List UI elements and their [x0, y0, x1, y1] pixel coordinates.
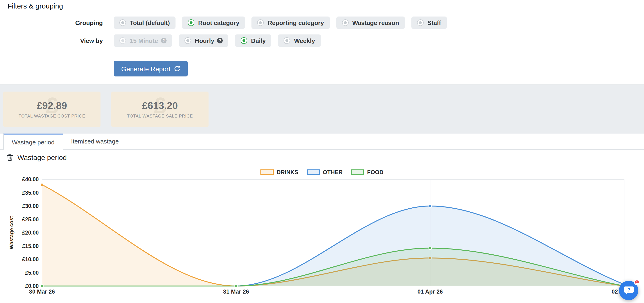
svg-text:£20.00: £20.00 — [22, 230, 39, 236]
svg-text:£15.00: £15.00 — [22, 243, 39, 249]
radio-option-label: Total (default) — [130, 19, 170, 26]
radio-option-label: Hourly — [195, 37, 214, 44]
generate-report-button[interactable]: Generate Report — [114, 61, 188, 76]
notification-badge: 1 — [634, 280, 640, 285]
radio-option-label: Staff — [428, 19, 441, 26]
radio-icon — [184, 37, 191, 44]
legend-item-other[interactable]: OTHER — [307, 169, 342, 176]
help-icon[interactable]: ? — [161, 38, 166, 44]
stats-section: ££92.89TOTAL WASTAGE COST PRICE££613.20T… — [0, 85, 644, 134]
radio-option-wastage-reason[interactable]: Wastage reason — [336, 16, 404, 29]
radio-option-staff[interactable]: Staff — [412, 16, 447, 29]
stat-card-total-wastage-cost-price: ££92.89TOTAL WASTAGE COST PRICE — [3, 92, 100, 127]
legend-item-food[interactable]: FOOD — [351, 169, 383, 176]
help-icon[interactable]: ? — [217, 38, 223, 44]
grouping-options: Total (default)Root categoryReporting ca… — [114, 16, 446, 29]
filters-title: Filters & grouping — [8, 2, 644, 11]
help-chat-button[interactable]: ? 1 — [619, 281, 638, 300]
legend-label: DRINKS — [276, 169, 298, 176]
view-by-options: 15 Minute?Hourly?DailyWeekly — [114, 34, 321, 47]
radio-icon — [119, 19, 126, 26]
radio-icon — [257, 19, 264, 26]
wastage-chart[interactable]: £0.00£5.00£10.00£15.00£20.00£25.00£30.00… — [0, 176, 644, 300]
page: Filters & grouping Grouping Total (defau… — [0, 0, 644, 303]
radio-selected-icon — [188, 19, 194, 26]
refresh-icon — [174, 66, 180, 72]
view-by-label: View by — [0, 37, 103, 44]
radio-option-label: Reporting category — [268, 19, 324, 26]
radio-icon — [417, 19, 424, 26]
legend-item-drinks[interactable]: DRINKS — [260, 169, 298, 176]
generate-report-label: Generate Report — [121, 65, 170, 72]
radio-option-label: Daily — [251, 37, 266, 44]
radio-option-root-category[interactable]: Root category — [182, 16, 245, 29]
legend-swatch-icon — [307, 170, 320, 175]
chart-section: Wastage period DRINKSOTHERFOOD £0.00£5.0… — [0, 150, 644, 303]
chart-legend: DRINKSOTHERFOOD — [0, 169, 644, 176]
radio-option-hourly[interactable]: Hourly? — [179, 34, 228, 47]
stat-label: TOTAL WASTAGE COST PRICE — [19, 114, 86, 118]
view-by-row: View by 15 Minute?Hourly?DailyWeekly — [0, 34, 644, 47]
legend-swatch-icon — [260, 170, 274, 175]
radio-selected-icon — [240, 37, 247, 44]
trash-icon — [6, 154, 13, 161]
legend-label: FOOD — [367, 169, 383, 176]
radio-icon — [284, 37, 290, 44]
svg-text:Wastage cost: Wastage cost — [8, 216, 14, 250]
stat-value: £92.89 — [37, 100, 67, 112]
radio-option-label: Weekly — [294, 37, 315, 44]
tab-itemised-wastage[interactable]: Itemised wastage — [63, 134, 127, 149]
radio-option-label: 15 Minute — [130, 37, 158, 44]
radio-option-weekly[interactable]: Weekly — [278, 34, 320, 47]
svg-text:£10.00: £10.00 — [22, 256, 39, 262]
svg-text:£35.00: £35.00 — [22, 190, 39, 196]
radio-option-reporting-category[interactable]: Reporting category — [252, 16, 330, 29]
svg-text:£25.00: £25.00 — [22, 216, 39, 222]
legend-label: OTHER — [323, 169, 342, 176]
svg-text:£30.00: £30.00 — [22, 203, 39, 209]
chart-wrap: £0.00£5.00£10.00£15.00£20.00£25.00£30.00… — [0, 176, 644, 302]
radio-option-15-minute: 15 Minute? — [114, 34, 172, 47]
grouping-label: Grouping — [0, 19, 103, 26]
radio-option-daily[interactable]: Daily — [235, 34, 271, 47]
radio-option-label: Root category — [198, 19, 240, 26]
svg-text:£5.00: £5.00 — [25, 270, 39, 276]
radio-option-label: Wastage reason — [352, 19, 399, 26]
legend-swatch-icon — [351, 170, 364, 175]
svg-text:?: ? — [627, 286, 630, 292]
stat-label: TOTAL WASTAGE SALE PRICE — [127, 114, 193, 118]
radio-icon — [342, 19, 348, 26]
svg-text:£40.00: £40.00 — [22, 176, 39, 182]
tab-wastage-period[interactable]: Wastage period — [3, 134, 63, 150]
radio-icon — [119, 37, 126, 44]
stat-card-total-wastage-sale-price: ££613.20TOTAL WASTAGE SALE PRICE — [111, 92, 208, 127]
tab-bar: Wastage periodItemised wastage — [0, 134, 644, 150]
section-header: Wastage period — [0, 150, 644, 162]
svg-text:01 Apr 26: 01 Apr 26 — [418, 288, 443, 295]
radio-option-total-default[interactable]: Total (default) — [114, 16, 176, 29]
stat-value: £613.20 — [142, 100, 178, 112]
section-title: Wastage period — [18, 154, 67, 162]
chat-bubble-icon: ? — [624, 286, 634, 295]
svg-text:30 Mar 26: 30 Mar 26 — [29, 288, 55, 295]
grouping-row: Grouping Total (default)Root categoryRep… — [0, 16, 644, 29]
svg-text:31 Mar 26: 31 Mar 26 — [223, 288, 249, 295]
filters-panel: Filters & grouping Grouping Total (defau… — [0, 0, 644, 85]
